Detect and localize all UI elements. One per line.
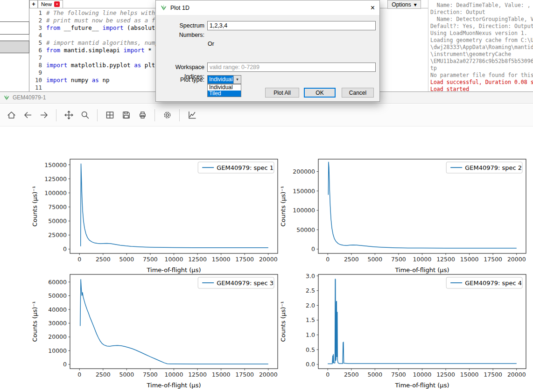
svg-text:17500: 17500 <box>484 256 502 263</box>
svg-text:0: 0 <box>63 361 67 368</box>
code-token: # print must now be used as a func <box>46 17 166 24</box>
workspace-indices-label: Workspace Indices: <box>159 63 204 72</box>
log-line: Direction: Output <box>430 9 533 16</box>
toolbar-separator <box>179 109 180 121</box>
log-line: Name: DetectorGroupingTable, V <box>430 16 533 23</box>
pan-button[interactable] <box>61 107 76 123</box>
plot-type-dropdown-list: IndividualTiled <box>207 84 241 97</box>
plot-all-button[interactable]: Plot All <box>265 88 299 98</box>
dock-cell[interactable] <box>0 21 29 35</box>
home-button[interactable] <box>4 107 19 123</box>
save-button[interactable] <box>119 107 133 123</box>
svg-text:GEM40979: spec 4: GEM40979: spec 4 <box>465 280 522 287</box>
code-token: __future__ <box>60 24 102 31</box>
log-line: Using LoadMuonNexus version 1. <box>430 30 533 37</box>
close-icon[interactable]: × <box>363 4 375 12</box>
svg-text:0.5: 0.5 <box>306 346 315 353</box>
forward-button[interactable] <box>36 107 51 123</box>
svg-text:50000: 50000 <box>48 292 67 299</box>
settings-button[interactable] <box>160 107 175 123</box>
tab-new-script[interactable]: New × <box>38 0 63 8</box>
line-number: 4 <box>29 32 42 39</box>
code-token: import <box>102 24 123 31</box>
dialog-titlebar[interactable]: Plot 1D × <box>156 0 379 15</box>
svg-text:Counts (μs)⁻¹: Counts (μs)⁻¹ <box>280 301 287 342</box>
log-line: Load started <box>430 86 533 91</box>
plot-type-combobox[interactable]: Individual ▾ <box>207 75 241 84</box>
subplots-button[interactable] <box>102 107 117 123</box>
left-dock-strip <box>0 0 29 91</box>
svg-text:20000: 20000 <box>507 256 526 263</box>
save-icon <box>121 110 131 120</box>
code-token: matplotlib.pyplot <box>67 62 134 69</box>
customize-button[interactable] <box>184 107 199 123</box>
svg-text:40000: 40000 <box>48 306 67 313</box>
svg-text:17500: 17500 <box>235 371 254 378</box>
workspace-indices-input[interactable] <box>207 63 376 72</box>
svg-text:0: 0 <box>326 256 330 263</box>
svg-text:20000: 20000 <box>507 371 526 378</box>
svg-text:15000: 15000 <box>460 371 479 378</box>
code-token: # import mantid algorithms, numpy <box>46 39 166 46</box>
options-button-label: Options <box>392 1 411 8</box>
print-icon <box>138 110 147 120</box>
svg-text:15000: 15000 <box>212 256 231 263</box>
svg-text:10000: 10000 <box>48 347 67 354</box>
svg-text:7500: 7500 <box>391 371 406 378</box>
dock-cell-selected[interactable] <box>0 41 29 53</box>
add-tab-button[interactable]: + <box>29 0 38 8</box>
svg-text:0: 0 <box>326 371 330 378</box>
svg-text:75000: 75000 <box>48 203 67 210</box>
svg-text:0: 0 <box>77 256 81 263</box>
svg-text:5000: 5000 <box>119 371 134 378</box>
code-token: plt <box>141 62 155 69</box>
log-line: Name: DeadTimeTable, Value: , <box>430 2 533 9</box>
line-number: 3 <box>29 24 42 32</box>
line-number: 11 <box>29 84 42 91</box>
svg-text:0: 0 <box>63 245 67 252</box>
messages-log[interactable]: Name: DeadTimeTable, Value: , Direction:… <box>428 0 533 91</box>
ok-button[interactable]: OK <box>304 88 336 98</box>
code-token: as <box>134 62 141 69</box>
svg-text:17500: 17500 <box>484 371 502 378</box>
svg-text:2500: 2500 <box>96 256 111 263</box>
svg-text:7500: 7500 <box>143 256 158 263</box>
line-number: 6 <box>29 47 42 54</box>
plot-options-icon <box>187 110 197 120</box>
dropdown-option-tiled[interactable]: Tiled <box>208 91 241 97</box>
zoom-button[interactable] <box>77 107 92 123</box>
svg-text:0: 0 <box>311 245 315 252</box>
code-token: import <box>124 47 145 54</box>
legend: GEM40979: spec 3 <box>198 277 274 288</box>
svg-text:150000: 150000 <box>293 188 315 195</box>
tab-close-icon[interactable]: × <box>54 1 60 7</box>
spectrum-numbers-input[interactable] <box>207 21 376 30</box>
svg-text:2.0: 2.0 <box>306 302 315 309</box>
series-line <box>80 279 268 364</box>
svg-text:Time-of-flight (μs): Time-of-flight (μs) <box>395 382 449 389</box>
svg-text:2.5: 2.5 <box>306 287 315 294</box>
toolbar-separator <box>56 109 56 121</box>
cancel-button[interactable]: Cancel <box>342 88 374 98</box>
svg-text:10000: 10000 <box>165 371 183 378</box>
plot-type-label: Plot type: <box>159 75 204 84</box>
code-token: from <box>46 47 60 54</box>
chevron-down-icon[interactable]: ▾ <box>233 76 241 84</box>
line-number: 7 <box>29 54 42 62</box>
options-button[interactable]: Options ▾ <box>387 0 421 9</box>
or-label: Or <box>208 41 214 47</box>
forward-arrow-icon <box>39 110 49 120</box>
svg-text:15000: 15000 <box>460 256 479 263</box>
print-button[interactable] <box>135 107 150 123</box>
svg-text:125000: 125000 <box>44 175 67 182</box>
series-line <box>328 162 516 248</box>
figure-toolbar <box>0 104 533 126</box>
mantid-leaf-icon <box>3 94 10 101</box>
chevron-down-icon: ▾ <box>414 1 417 8</box>
plot-spec-4: 025005000750010000125001500017500200000.… <box>274 271 528 391</box>
back-button[interactable] <box>20 107 35 123</box>
gear-icon <box>162 110 172 120</box>
log-line: Load successful, Duration 0.08 s <box>430 79 533 86</box>
figure-title: GEM40979-1 <box>13 94 46 101</box>
code-token: mantid.simpleapi <box>60 47 123 54</box>
